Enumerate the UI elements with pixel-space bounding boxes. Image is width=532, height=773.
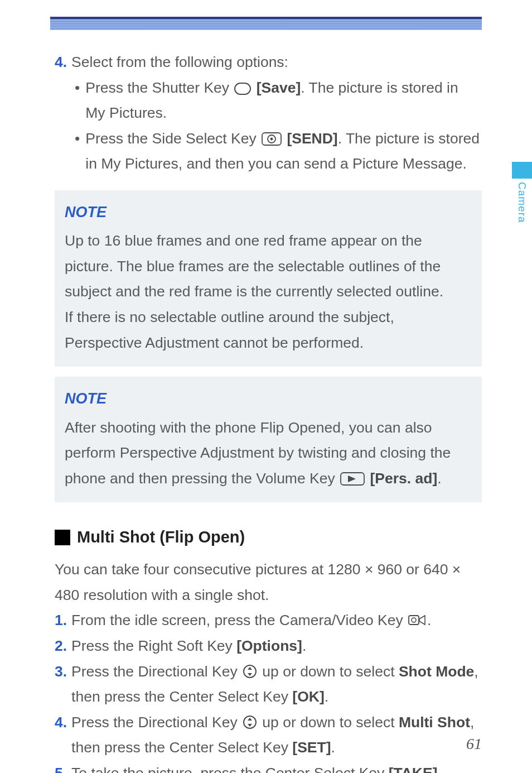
text: . bbox=[437, 470, 441, 487]
step-4: 4. Select from the following options: bbox=[55, 50, 482, 75]
step-4-lead: Select from the following options: bbox=[71, 50, 482, 75]
step-4-bullet-2: • Press the Side Select Key [SEND]. The … bbox=[55, 126, 482, 177]
text: . bbox=[325, 688, 328, 705]
note-text: If there is no selectable outline around… bbox=[65, 305, 472, 356]
section-intro: You can take four consecutive pictures a… bbox=[55, 557, 482, 608]
text: Press the Directional Key bbox=[71, 663, 241, 680]
volume-key-icon bbox=[340, 472, 365, 486]
text: . bbox=[331, 739, 335, 756]
label-multi-shot: Multi Shot bbox=[399, 714, 470, 731]
svg-point-3 bbox=[270, 137, 273, 140]
label-send: [SEND] bbox=[283, 130, 338, 147]
label-shot-mode: Shot Mode bbox=[399, 663, 474, 680]
text: . bbox=[438, 765, 442, 773]
text: To take the picture, press the Center Se… bbox=[71, 765, 389, 773]
section-heading: Multi Shot (Flip Open) bbox=[55, 524, 482, 551]
step-4b: 4. Press the Directional Key up or down … bbox=[55, 710, 482, 761]
text: up or down to select bbox=[258, 714, 399, 731]
side-select-key-icon bbox=[262, 132, 282, 146]
text: Press the Directional Key bbox=[71, 714, 241, 731]
page-number: 61 bbox=[466, 735, 482, 753]
step-1: 1. From the idle screen, press the Camer… bbox=[55, 608, 482, 633]
section-title: Multi Shot (Flip Open) bbox=[77, 524, 245, 551]
svg-marker-13 bbox=[248, 724, 252, 727]
note-title: NOTE bbox=[65, 386, 472, 411]
side-tab: Camera bbox=[512, 162, 532, 223]
svg-marker-5 bbox=[348, 476, 356, 482]
directional-key-updown-icon bbox=[243, 664, 257, 679]
header-rule bbox=[50, 17, 482, 30]
note-text: Up to 16 blue frames and one red frame a… bbox=[65, 228, 472, 305]
step-3: 3. Press the Directional Key up or down … bbox=[55, 659, 482, 710]
shutter-key-icon bbox=[234, 83, 251, 95]
text: Press the Side Select Key bbox=[85, 130, 260, 147]
step-number: 5. bbox=[55, 761, 67, 773]
label-set: [SET] bbox=[292, 739, 331, 756]
text: From the idle screen, press the Camera/V… bbox=[71, 612, 407, 628]
svg-marker-12 bbox=[248, 718, 252, 721]
label-options: [Options] bbox=[236, 637, 302, 654]
text: . bbox=[302, 637, 306, 654]
directional-key-updown-icon bbox=[243, 715, 257, 729]
camera-video-key-icon bbox=[408, 614, 426, 627]
label-save: [Save] bbox=[252, 79, 301, 96]
label-take: [TAKE] bbox=[389, 765, 438, 773]
step-number: 3. bbox=[55, 659, 67, 710]
step-2: 2. Press the Right Soft Key [Options]. bbox=[55, 633, 482, 659]
text: Press the Shutter Key bbox=[85, 79, 233, 96]
note-box-1: NOTE Up to 16 blue frames and one red fr… bbox=[55, 190, 482, 367]
svg-marker-9 bbox=[248, 667, 252, 670]
step-number: 1. bbox=[55, 608, 67, 633]
text: Press the Right Soft Key bbox=[71, 637, 236, 654]
side-tab-bar bbox=[512, 162, 532, 179]
label-ok: [OK] bbox=[292, 688, 324, 705]
text: . bbox=[427, 612, 431, 628]
label-pers-ad: [Pers. ad] bbox=[366, 470, 437, 487]
text: up or down to select bbox=[258, 663, 399, 680]
square-bullet-icon bbox=[55, 530, 70, 545]
side-tab-label: Camera bbox=[516, 182, 528, 223]
note-box-2: NOTE After shooting with the phone Flip … bbox=[55, 377, 482, 502]
svg-marker-10 bbox=[248, 673, 252, 676]
svg-rect-6 bbox=[409, 616, 419, 625]
step-5: 5. To take the picture, press the Center… bbox=[55, 761, 482, 773]
note-title: NOTE bbox=[65, 199, 472, 225]
svg-rect-0 bbox=[235, 83, 250, 94]
step-number: 4. bbox=[55, 710, 67, 761]
step-number: 2. bbox=[55, 633, 67, 659]
step-number: 4. bbox=[55, 50, 67, 75]
svg-point-7 bbox=[412, 618, 416, 622]
bullet-icon: • bbox=[75, 126, 80, 177]
note-text: After shooting with the phone Flip Opene… bbox=[65, 415, 472, 492]
step-4-bullet-1: • Press the Shutter Key [Save]. The pict… bbox=[55, 75, 482, 126]
bullet-icon: • bbox=[75, 75, 80, 126]
